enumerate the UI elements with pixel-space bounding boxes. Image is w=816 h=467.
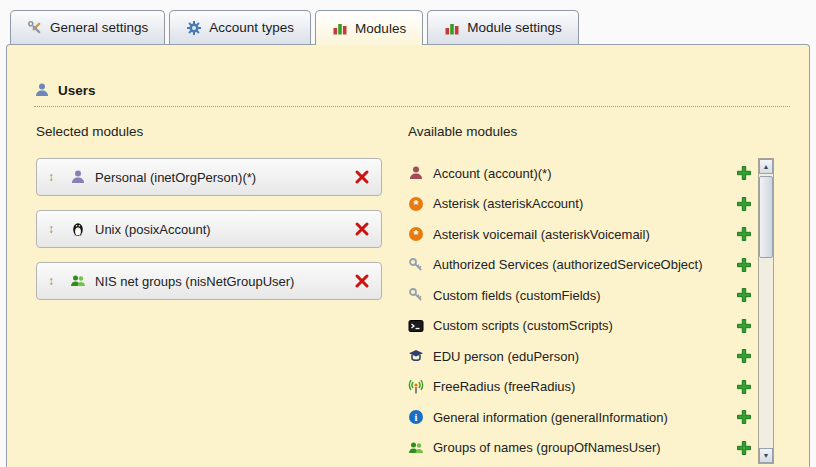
- lam-configuration-page: General settings Account types Modules M…: [0, 0, 816, 467]
- tab-label: Modules: [355, 21, 406, 36]
- selected-module-row[interactable]: ↕ Personal (inetOrgPerson)(*): [36, 158, 382, 196]
- tab-modules[interactable]: Modules: [315, 10, 423, 45]
- available-module-label: Asterisk voicemail (asteriskVoicemail): [433, 227, 650, 242]
- selected-module-label: NIS net groups (nisNetGroupUser): [95, 274, 294, 289]
- add-icon[interactable]: [736, 226, 752, 242]
- group-icon: [408, 440, 424, 456]
- available-module-label: FreeRadius (freeRadius): [433, 379, 575, 394]
- tab-bar: General settings Account types Modules M…: [10, 10, 579, 45]
- selected-module-row[interactable]: ↕ NIS net groups (nisNetGroupUser): [36, 262, 382, 300]
- available-module-label: Groups of names (groupOfNamesUser): [433, 440, 661, 455]
- scrollbar-thumb[interactable]: [759, 176, 773, 258]
- asterisk-icon: *: [408, 196, 424, 212]
- available-module-row: i General information (generalInformatio…: [408, 402, 752, 433]
- drag-handle-icon[interactable]: ↕: [48, 274, 54, 288]
- user-icon: [34, 82, 50, 98]
- add-icon[interactable]: [736, 165, 752, 181]
- selected-module-label: Unix (posixAccount): [95, 222, 211, 237]
- available-module-label: Custom scripts (customScripts): [433, 318, 613, 333]
- info-icon: i: [408, 409, 424, 425]
- module-settings-chart-icon: [444, 20, 460, 36]
- gear-icon: [186, 20, 202, 36]
- add-icon[interactable]: [736, 409, 752, 425]
- tab-account-types[interactable]: Account types: [169, 10, 311, 44]
- selected-modules-list: ↕ Personal (inetOrgPerson)(*) ↕ Unix (po…: [36, 158, 382, 314]
- available-module-label: Asterisk (asteriskAccount): [433, 196, 583, 211]
- users-section-heading: Users: [34, 82, 790, 107]
- available-module-row: * Asterisk (asteriskAccount): [408, 189, 752, 220]
- available-module-row: Groups of names (groupOfNamesUser): [408, 433, 752, 464]
- add-icon[interactable]: [736, 379, 752, 395]
- available-module-row: Authorized Services (authorizedServiceOb…: [408, 250, 752, 281]
- available-module-row: Custom scripts (customScripts): [408, 311, 752, 342]
- scroll-up-icon[interactable]: ▲: [759, 159, 773, 174]
- delete-icon[interactable]: [354, 273, 370, 289]
- tab-label: Account types: [209, 20, 294, 35]
- scrollbar-track[interactable]: [759, 174, 773, 448]
- available-module-row: Custom fields (customFields): [408, 280, 752, 311]
- available-modules-list: Account (account)(*) * Asterisk (asteris…: [408, 158, 752, 463]
- available-module-label: Account (account)(*): [433, 166, 552, 181]
- asterisk-icon: *: [408, 226, 424, 242]
- penguin-icon: [70, 221, 86, 237]
- delete-icon[interactable]: [354, 221, 370, 237]
- tab-module-settings[interactable]: Module settings: [427, 10, 579, 44]
- available-module-label: General information (generalInformation): [433, 410, 668, 425]
- available-modules-scrollbar[interactable]: ▲ ▼: [758, 158, 774, 464]
- graduation-icon: [408, 348, 424, 364]
- available-module-label: Custom fields (customFields): [433, 288, 601, 303]
- available-module-row: * Asterisk voicemail (asteriskVoicemail): [408, 219, 752, 250]
- available-module-row: Account (account)(*): [408, 158, 752, 189]
- available-module-label: Authorized Services (authorizedServiceOb…: [433, 257, 703, 272]
- available-module-row: EDU person (eduPerson): [408, 341, 752, 372]
- keys-icon: [408, 257, 424, 273]
- add-icon[interactable]: [736, 318, 752, 334]
- terminal-icon: [408, 318, 424, 334]
- person-icon: [408, 165, 424, 181]
- group-icon: [70, 273, 86, 289]
- modules-chart-icon: [332, 20, 348, 36]
- add-icon[interactable]: [736, 257, 752, 273]
- available-module-label: EDU person (eduPerson): [433, 349, 579, 364]
- selected-module-row[interactable]: ↕ Unix (posixAccount): [36, 210, 382, 248]
- person-icon: [70, 169, 86, 185]
- add-icon[interactable]: [736, 196, 752, 212]
- add-icon[interactable]: [736, 440, 752, 456]
- add-icon[interactable]: [736, 348, 752, 364]
- tools-icon: [27, 20, 43, 36]
- drag-handle-icon[interactable]: ↕: [48, 222, 54, 236]
- drag-handle-icon[interactable]: ↕: [48, 170, 54, 184]
- add-icon[interactable]: [736, 287, 752, 303]
- selected-module-label: Personal (inetOrgPerson)(*): [95, 170, 256, 185]
- keys-icon: [408, 287, 424, 303]
- svg-text:i: i: [415, 412, 418, 423]
- delete-icon[interactable]: [354, 169, 370, 185]
- selected-modules-heading: Selected modules: [36, 124, 143, 139]
- tab-general-settings[interactable]: General settings: [10, 10, 165, 44]
- available-module-row: FreeRadius (freeRadius): [408, 372, 752, 403]
- section-title: Users: [58, 83, 96, 98]
- tab-label: Module settings: [467, 20, 562, 35]
- scroll-down-icon[interactable]: ▼: [759, 448, 773, 463]
- available-modules-heading: Available modules: [408, 124, 517, 139]
- antenna-icon: [408, 379, 424, 395]
- tab-label: General settings: [50, 20, 148, 35]
